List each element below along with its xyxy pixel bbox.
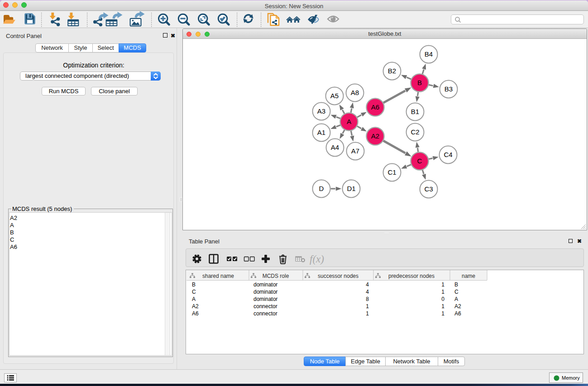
svg-text:1: 1	[441, 303, 445, 310]
svg-text:1: 1	[441, 281, 445, 288]
svg-text:B: B	[454, 281, 458, 288]
svg-text:A7: A7	[351, 147, 359, 155]
svg-text:A6: A6	[371, 103, 379, 111]
svg-text:A2: A2	[371, 132, 379, 140]
svg-text:B2: B2	[388, 67, 396, 75]
svg-text:A: A	[454, 296, 458, 302]
svg-text:A3: A3	[317, 107, 325, 115]
svg-text:MCDS role: MCDS role	[263, 273, 289, 279]
svg-text:A4: A4	[331, 143, 339, 151]
svg-text:A8: A8	[351, 89, 359, 96]
svg-text:4: 4	[366, 281, 369, 288]
svg-text:C1: C1	[387, 168, 396, 176]
svg-text:B: B	[192, 281, 196, 288]
svg-text:A2: A2	[454, 303, 461, 310]
svg-text:C: C	[417, 157, 422, 165]
svg-text:f(x): f(x)	[310, 253, 324, 265]
svg-text:B3: B3	[445, 85, 453, 93]
svg-text:C: C	[192, 289, 196, 295]
svg-text:C: C	[454, 289, 459, 295]
svg-text:C4: C4	[444, 151, 452, 158]
svg-text:A5: A5	[330, 92, 339, 100]
svg-text:A: A	[347, 118, 351, 125]
svg-text:D: D	[319, 185, 324, 192]
svg-text:4: 4	[366, 289, 369, 295]
svg-text:B: B	[417, 79, 422, 86]
svg-text:A1: A1	[317, 129, 325, 136]
svg-text:1: 1	[441, 289, 445, 295]
svg-text:dominator: dominator	[253, 289, 277, 295]
svg-text:A2: A2	[192, 303, 199, 310]
svg-text:dominator: dominator	[253, 296, 277, 302]
svg-text:B1: B1	[411, 108, 419, 115]
svg-text:connector: connector	[253, 310, 277, 317]
svg-text:A6: A6	[192, 310, 199, 317]
svg-text:name: name	[462, 273, 475, 279]
svg-text:C2: C2	[411, 128, 419, 136]
svg-text:B4: B4	[425, 50, 433, 58]
svg-text:D1: D1	[347, 185, 355, 192]
svg-text:A6: A6	[454, 310, 461, 317]
svg-text:8: 8	[366, 296, 369, 302]
svg-text:A: A	[192, 296, 196, 302]
svg-text:1: 1	[441, 310, 445, 317]
svg-text:predecessor nodes: predecessor nodes	[388, 273, 435, 279]
svg-text:dominator: dominator	[253, 281, 277, 288]
svg-text:successor nodes: successor nodes	[318, 273, 359, 279]
svg-text:connector: connector	[253, 303, 277, 310]
svg-text:C3: C3	[424, 185, 433, 193]
svg-text:shared name: shared name	[202, 273, 234, 279]
svg-text:0: 0	[441, 296, 445, 302]
svg-text:1: 1	[366, 303, 369, 310]
svg-text:1: 1	[366, 310, 369, 317]
